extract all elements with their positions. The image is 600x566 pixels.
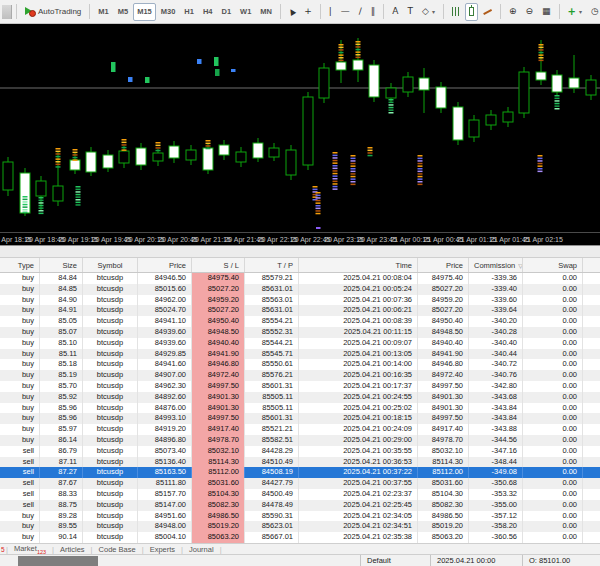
- column-header-price[interactable]: Price: [138, 258, 192, 272]
- timeframe-button-m1[interactable]: M1: [94, 3, 112, 21]
- cell-size: 85.96: [40, 403, 83, 414]
- timeframe-button-m15[interactable]: M15: [133, 3, 156, 21]
- tab-code-base[interactable]: Code Base: [93, 545, 142, 554]
- cell-swap: 0.00: [523, 478, 583, 489]
- table-row[interactable]: sell87.67btcusdp85111.8085031.6084427.79…: [0, 478, 600, 489]
- table-row[interactable]: sell87.11btcusdp85136.4085114.3084510.49…: [0, 457, 600, 468]
- table-row[interactable]: buy85.07btcusdp84939.6084948.5085552.312…: [0, 327, 600, 338]
- timeframe-button-d1[interactable]: D1: [218, 3, 236, 21]
- column-header-commission[interactable]: Commission▽: [469, 258, 523, 272]
- cell-symbol: btcusdp: [83, 359, 138, 370]
- column-header-sl[interactable]: S / L: [192, 258, 245, 272]
- text-tool[interactable]: A: [388, 3, 402, 21]
- cell-sl: 85032.10: [192, 446, 245, 457]
- tab-journal[interactable]: Journal: [183, 545, 220, 554]
- table-row[interactable]: buy90.14btcusdp85004.1085063.2085667.012…: [0, 532, 600, 543]
- toolbar-separator: [89, 4, 90, 19]
- autotrading-button[interactable]: AutoTrading: [21, 3, 85, 21]
- cell-price2: 85032.10: [418, 446, 469, 457]
- column-header-swap[interactable]: Swap: [523, 258, 583, 272]
- timeframe-button-m30[interactable]: M30: [157, 3, 180, 21]
- cell-price: 84929.85: [138, 349, 192, 360]
- timeframe-button-h4[interactable]: H4: [199, 3, 217, 21]
- table-row[interactable]: sell88.75btcusdp85147.0085082.3084478.49…: [0, 500, 600, 511]
- cell-filler: [583, 478, 600, 489]
- time-axis-label: 21 Apr 02:15: [523, 236, 563, 243]
- cell-type: buy: [0, 403, 40, 414]
- table-row[interactable]: buy85.70btcusdp84962.3084997.5085601.312…: [0, 381, 600, 392]
- cell-tp: 84508.19: [245, 467, 299, 478]
- table-row[interactable]: buy84.91btcusdp85024.7085027.2085631.012…: [0, 305, 600, 316]
- table-row[interactable]: buy85.18btcusdp84941.6084946.8085550.612…: [0, 359, 600, 370]
- table-row[interactable]: buy86.14btcusdp84896.8084978.7085582.512…: [0, 435, 600, 446]
- cell-price: 85024.70: [138, 305, 192, 316]
- table-row[interactable]: sell86.79btcusdp85073.4085032.1084428.29…: [0, 446, 600, 457]
- zoom-in-button[interactable]: ⊕: [505, 3, 521, 21]
- line-chart-mode[interactable]: [479, 3, 496, 21]
- timeframe-button-w1[interactable]: W1: [236, 3, 255, 21]
- indicators-dropdown[interactable]: +▾: [564, 3, 586, 21]
- bar-chart-mode[interactable]: [448, 3, 464, 21]
- vertical-line-tool[interactable]: |: [325, 3, 336, 21]
- column-header-symbol[interactable]: Symbol: [83, 258, 138, 272]
- cell-type: buy: [0, 305, 40, 316]
- table-row[interactable]: buy85.19btcusdp84907.0084972.4085576.212…: [0, 370, 600, 381]
- table-row[interactable]: buy89.55btcusdp84948.0085019.2085623.012…: [0, 521, 600, 532]
- zoom-out-button[interactable]: ⊖: [521, 3, 537, 21]
- pointer-tool[interactable]: ▲: [285, 3, 299, 21]
- tab-articles[interactable]: Articles: [54, 545, 91, 554]
- table-row[interactable]: sell88.33btcusdp85157.7085104.3084500.49…: [0, 489, 600, 500]
- cell-sl: 85112.00: [192, 467, 245, 478]
- horizontal-line-tool[interactable]: —: [337, 3, 354, 21]
- cell-price: 85015.60: [138, 284, 192, 295]
- tab-experts[interactable]: Experts: [144, 545, 181, 554]
- tab-market[interactable]: Market123: [8, 544, 52, 555]
- column-header-size[interactable]: Size: [40, 258, 83, 272]
- table-row[interactable]: buy89.28btcusdp84951.6084986.5085590.312…: [0, 511, 600, 522]
- zoom-in-button-icon: ⊕: [509, 7, 517, 16]
- table-row[interactable]: buy85.96btcusdp84876.0084901.3085505.112…: [0, 403, 600, 414]
- cell-tp: 85563.01: [245, 295, 299, 306]
- table-row[interactable]: buy85.10btcusdp84939.6084940.4085544.212…: [0, 338, 600, 349]
- cell-commission: -339.60: [469, 295, 523, 306]
- table-row[interactable]: buy84.84btcusdp84946.5084975.4085579.212…: [0, 273, 600, 284]
- timeframe-button-h1[interactable]: H1: [180, 3, 198, 21]
- trendline-tool[interactable]: ∕: [355, 3, 366, 21]
- cell-type: buy: [0, 349, 40, 360]
- table-row[interactable]: buy85.97btcusdp84919.2084917.4085521.212…: [0, 424, 600, 435]
- table-row[interactable]: buy84.85btcusdp85015.6085027.2085631.012…: [0, 284, 600, 295]
- table-row[interactable]: sell87.27btcusdp85163.5085112.0084508.19…: [0, 467, 600, 478]
- table-row[interactable]: buy85.96btcusdp84993.1084997.5085601.312…: [0, 413, 600, 424]
- periods-dropdown[interactable]: ◷▾: [587, 3, 600, 21]
- table-row[interactable]: buy85.05btcusdp84941.1084950.4085554.212…: [0, 316, 600, 327]
- chart-area[interactable]: 20 Apr 18:1520 Apr 18:4520 Apr 19:1520 A…: [0, 24, 600, 245]
- tile-windows-button[interactable]: ▦: [538, 3, 555, 21]
- label-tool[interactable]: T: [404, 3, 418, 21]
- cell-price: 84993.10: [138, 413, 192, 424]
- table-row[interactable]: buy85.92btcusdp84892.6084901.3085505.112…: [0, 392, 600, 403]
- cell-price2: 85027.20: [418, 284, 469, 295]
- column-header-price2[interactable]: Price: [418, 258, 469, 272]
- pointer-tool-icon: ▲: [287, 6, 296, 16]
- cell-filler: [583, 424, 600, 435]
- cell-size: 85.97: [40, 424, 83, 435]
- timeframe-button-mn[interactable]: MN: [256, 3, 276, 21]
- panel-divider[interactable]: [0, 245, 600, 258]
- column-header-time[interactable]: Time: [299, 258, 418, 272]
- column-header-tp[interactable]: T / P: [245, 258, 299, 272]
- cell-commission: -340.20: [469, 316, 523, 327]
- table-row[interactable]: buy84.90btcusdp84962.0084959.2085563.012…: [0, 295, 600, 306]
- channel-tool[interactable]: ∥: [367, 3, 380, 21]
- periods-dropdown-icon: ◷: [591, 7, 599, 16]
- candlestick-chart[interactable]: [0, 24, 600, 232]
- profile-indicator[interactable]: Default: [360, 555, 430, 566]
- column-header-type[interactable]: Type: [0, 258, 40, 272]
- table-row[interactable]: buy85.11btcusdp84929.8584941.9085545.712…: [0, 349, 600, 360]
- cell-size: 85.19: [40, 370, 83, 381]
- cell-price: 85111.80: [138, 478, 192, 489]
- crosshair-tool[interactable]: +: [300, 3, 316, 21]
- timeframe-button-m5[interactable]: M5: [114, 3, 132, 21]
- shapes-dropdown[interactable]: ◇▾: [418, 3, 439, 21]
- cell-price2: 84975.40: [418, 273, 469, 284]
- candle-chart-mode[interactable]: [465, 3, 478, 21]
